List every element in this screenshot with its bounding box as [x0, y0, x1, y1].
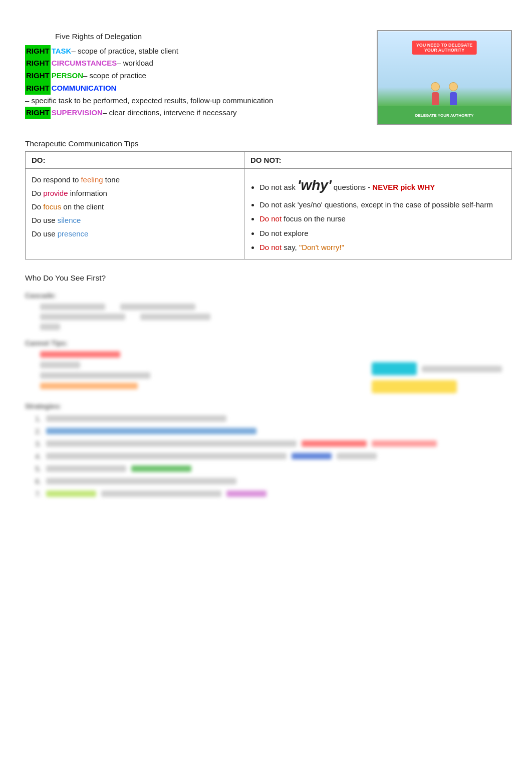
strategy-item-6: 6. [35, 477, 512, 485]
cartoon-person-1 [431, 82, 440, 105]
right-label-supervision: RIGHT [25, 107, 51, 119]
cannot-pill-red [40, 351, 120, 358]
strategy-item-4: 4. [35, 452, 512, 460]
strategy-line-4a [46, 453, 287, 459]
do-not-item-worry: Do not say, "Don't worry!" [259, 241, 505, 254]
do-not-header: DO NOT: [244, 152, 511, 169]
right-keyword-circumstances: CIRCUMSTANCES [52, 57, 117, 70]
cascade-title: Cascade: [25, 292, 512, 300]
cascade-pill-3 [40, 324, 60, 330]
do-column: Do respond to feeling tone Do provide in… [26, 169, 244, 259]
cascade-content [40, 304, 512, 330]
strategies-block: Strategies: 1. 2. 3. 4. [25, 402, 512, 498]
do-not-list: Do not ask 'why' questions - NEVER pick … [250, 173, 505, 254]
strategy-line-7c [226, 490, 267, 497]
strategies-title: Strategies: [25, 402, 512, 410]
cartoon-green-bar: DELEGATE YOUR AUTHORITY [378, 106, 511, 124]
cartoon-figures [431, 82, 458, 105]
do-not-word-1: Do not [259, 214, 282, 223]
feeling-word: feeling [81, 175, 103, 184]
cannot-content [25, 351, 512, 393]
cascade-pill-1b [120, 304, 195, 310]
strategy-line-3a [46, 440, 297, 447]
strategy-item-1: 1. [35, 414, 512, 423]
do-not-word-2: Do not [259, 243, 282, 251]
cartoon-image: YOU NEED TO DELEGATEYOUR AUTHORITY DELEG… [377, 30, 512, 125]
strategy-item-2: 2. [35, 427, 512, 435]
strategy-line-2 [46, 428, 256, 434]
therapeutic-table: DO: DO NOT: Do respond to feeling tone D… [25, 151, 512, 259]
cannot-rows [40, 351, 357, 389]
cannot-left [25, 351, 357, 389]
cannot-row-2 [40, 362, 357, 368]
cartoon-sign: YOU NEED TO DELEGATEYOUR AUTHORITY [412, 41, 477, 55]
right-keyword-person: PERSON [52, 70, 83, 82]
who-title: Who Do You See First? [25, 274, 512, 283]
cannot-pill-orange [40, 383, 138, 389]
five-rights-section: Five Rights of Delegation RIGHT TASK – s… [25, 30, 512, 125]
focus-word: focus [43, 202, 61, 211]
strategy-line-5a [46, 465, 126, 472]
strategy-num-1: 1. [35, 414, 43, 423]
cannot-pill-gray-1 [40, 362, 80, 368]
strategy-item-5: 5. [35, 464, 512, 473]
right-supervision-row: RIGHT SUPERVISION – clear directions, in… [25, 107, 362, 119]
yellow-pill [372, 380, 457, 393]
dont-worry-quote: "Don't worry!" [299, 243, 344, 251]
therapeutic-section: Therapeutic Communication Tips DO: DO NO… [25, 139, 512, 259]
cannot-row-4 [40, 383, 357, 389]
cartoon-head-2 [449, 82, 458, 91]
cannot-row-1 [40, 351, 357, 358]
cannot-title: Cannot Tips: [25, 339, 512, 347]
strategy-line-5b [131, 465, 191, 472]
teal-pill [372, 362, 417, 375]
provide-word: provide [43, 189, 68, 197]
cannot-tips-block: Cannot Tips: [25, 339, 512, 393]
strategy-item-7: 7. [35, 489, 512, 498]
strategy-num-6: 6. [35, 477, 43, 485]
cannot-right-row-2 [372, 380, 512, 393]
do-item-provide: Do provide information [32, 186, 238, 200]
strategy-line-4b [292, 453, 332, 459]
cannot-row-3 [40, 372, 357, 379]
cascade-block: Cascade: [25, 292, 512, 330]
cannot-right-row-1 [372, 362, 512, 375]
do-item-focus: Do focus on the client [32, 200, 238, 213]
cascade-row-1 [40, 304, 512, 310]
strategy-line-7a [46, 490, 96, 497]
cartoon-body-1 [432, 92, 439, 105]
right-desc-task: – scope of practice, stable client [71, 45, 178, 58]
right-desc-circumstances: – workload [117, 57, 153, 70]
do-header: DO: [26, 152, 244, 169]
do-not-item-explore: Do not explore [259, 227, 505, 240]
five-rights-text: Five Rights of Delegation RIGHT TASK – s… [25, 30, 362, 119]
do-list: Do respond to feeling tone Do provide in… [32, 173, 238, 240]
right-label-task: RIGHT [25, 45, 51, 58]
do-not-item-why: Do not ask 'why' questions - NEVER pick … [259, 173, 505, 197]
never-pick-why: NEVER pick WHY [372, 183, 435, 191]
strategies-list: 1. 2. 3. 4. [35, 414, 512, 498]
cascade-pill-2b [140, 314, 210, 320]
cascade-row-2 [40, 314, 512, 320]
do-not-column: Do not ask 'why' questions - NEVER pick … [244, 169, 511, 259]
silence-word: silence [58, 216, 81, 224]
right-communication-row: RIGHT COMMUNICATION – specific task to b… [25, 82, 362, 107]
cartoon-inner: YOU NEED TO DELEGATEYOUR AUTHORITY DELEG… [378, 32, 511, 124]
strategy-line-4c [337, 453, 377, 459]
therapeutic-title: Therapeutic Communication Tips [25, 139, 512, 148]
right-keyword-task: TASK [52, 45, 72, 58]
do-item-feeling: Do respond to feeling tone [32, 173, 238, 186]
strategy-num-4: 4. [35, 452, 43, 460]
cannot-right [372, 362, 512, 393]
right-label-circumstances: RIGHT [25, 57, 51, 70]
cartoon-person-2 [449, 82, 458, 105]
cascade-row-3 [40, 324, 512, 330]
strategy-line-1 [46, 415, 226, 422]
right-desc-supervision: – clear directions, intervene if necessa… [103, 107, 237, 119]
strategy-num-5: 5. [35, 464, 43, 473]
cascade-pill-2a [40, 314, 125, 320]
cartoon-body-2 [450, 92, 457, 105]
right-task-row: RIGHT TASK – scope of practice, stable c… [25, 45, 362, 58]
right-circumstances-row: RIGHT CIRCUMSTANCES – workload [25, 57, 362, 70]
five-rights-title: Five Rights of Delegation [55, 30, 362, 43]
